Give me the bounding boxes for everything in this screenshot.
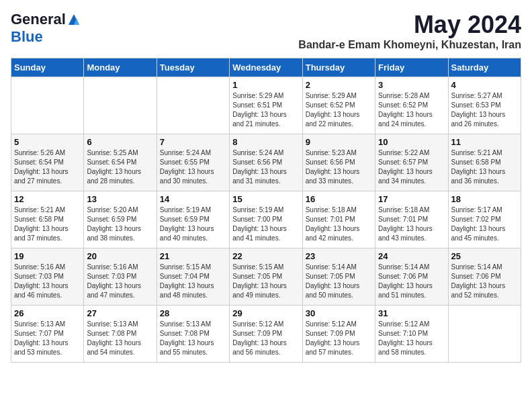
calendar-cell: 22Sunrise: 5:15 AM Sunset: 7:05 PM Dayli… [230,248,302,306]
day-info: Sunrise: 5:16 AM Sunset: 7:03 PM Dayligh… [87,263,153,300]
day-info: Sunrise: 5:19 AM Sunset: 7:00 PM Dayligh… [232,205,299,243]
weekday-header-sunday: Sunday [11,58,84,77]
day-number: 20 [87,251,153,261]
calendar-cell: 24Sunrise: 5:14 AM Sunset: 7:06 PM Dayli… [375,248,448,306]
calendar-cell: 20Sunrise: 5:16 AM Sunset: 7:03 PM Dayli… [84,248,157,306]
calendar-cell: 9Sunrise: 5:23 AM Sunset: 6:56 PM Daylig… [302,134,375,191]
day-info: Sunrise: 5:20 AM Sunset: 6:59 PM Dayligh… [87,205,153,243]
calendar-cell: 25Sunrise: 5:14 AM Sunset: 7:06 PM Dayli… [448,248,521,306]
calendar-cell: 14Sunrise: 5:19 AM Sunset: 6:59 PM Dayli… [157,191,229,248]
calendar-cell: 12Sunrise: 5:21 AM Sunset: 6:58 PM Dayli… [11,191,84,248]
day-info: Sunrise: 5:21 AM Sunset: 6:58 PM Dayligh… [14,205,81,243]
day-number: 25 [451,251,518,261]
weekday-header-monday: Monday [84,58,157,77]
day-info: Sunrise: 5:14 AM Sunset: 7:06 PM Dayligh… [451,263,518,300]
day-number: 1 [232,80,299,90]
day-info: Sunrise: 5:12 AM Sunset: 7:09 PM Dayligh… [306,320,372,357]
day-number: 4 [451,80,518,90]
calendar-week-1: 1Sunrise: 5:29 AM Sunset: 6:51 PM Daylig… [11,77,521,134]
month-year-title: May 2024 [298,11,521,39]
weekday-header-saturday: Saturday [448,58,521,77]
calendar-week-4: 19Sunrise: 5:16 AM Sunset: 7:03 PM Dayli… [11,248,521,306]
day-number: 8 [232,137,299,147]
calendar-cell: 6Sunrise: 5:25 AM Sunset: 6:54 PM Daylig… [84,134,157,191]
logo: General Blue [11,11,81,46]
day-info: Sunrise: 5:24 AM Sunset: 6:55 PM Dayligh… [160,148,226,186]
day-info: Sunrise: 5:21 AM Sunset: 6:58 PM Dayligh… [451,148,518,186]
day-number: 24 [378,251,445,261]
calendar-body: 1Sunrise: 5:29 AM Sunset: 6:51 PM Daylig… [11,77,521,363]
day-number: 15 [232,194,299,204]
day-number: 19 [14,251,81,261]
day-number: 11 [451,137,518,147]
day-number: 7 [160,137,226,147]
day-info: Sunrise: 5:27 AM Sunset: 6:53 PM Dayligh… [451,91,518,129]
day-info: Sunrise: 5:13 AM Sunset: 7:08 PM Dayligh… [160,320,226,357]
day-number: 22 [232,251,299,261]
calendar-cell: 18Sunrise: 5:17 AM Sunset: 7:02 PM Dayli… [448,191,521,248]
calendar-header-row: SundayMondayTuesdayWednesdayThursdayFrid… [11,58,521,77]
day-info: Sunrise: 5:12 AM Sunset: 7:09 PM Dayligh… [232,320,299,357]
day-info: Sunrise: 5:14 AM Sunset: 7:06 PM Dayligh… [378,263,445,300]
day-info: Sunrise: 5:29 AM Sunset: 6:51 PM Dayligh… [232,91,299,129]
calendar-cell: 15Sunrise: 5:19 AM Sunset: 7:00 PM Dayli… [230,191,302,248]
day-info: Sunrise: 5:29 AM Sunset: 6:52 PM Dayligh… [306,91,372,129]
calendar-cell: 1Sunrise: 5:29 AM Sunset: 6:51 PM Daylig… [230,77,302,134]
logo-general-text: General [11,11,66,28]
weekday-header-friday: Friday [375,58,448,77]
day-info: Sunrise: 5:19 AM Sunset: 6:59 PM Dayligh… [160,205,226,243]
weekday-header-tuesday: Tuesday [157,58,229,77]
day-number: 29 [232,308,299,318]
day-number: 26 [14,308,81,318]
day-number: 12 [14,194,81,204]
calendar-cell: 23Sunrise: 5:14 AM Sunset: 7:05 PM Dayli… [302,248,375,306]
day-info: Sunrise: 5:25 AM Sunset: 6:54 PM Dayligh… [87,148,153,186]
day-info: Sunrise: 5:26 AM Sunset: 6:54 PM Dayligh… [14,148,81,186]
calendar-cell: 5Sunrise: 5:26 AM Sunset: 6:54 PM Daylig… [11,134,84,191]
day-info: Sunrise: 5:15 AM Sunset: 7:05 PM Dayligh… [232,263,299,300]
calendar-cell: 27Sunrise: 5:13 AM Sunset: 7:08 PM Dayli… [84,306,157,363]
calendar-cell: 19Sunrise: 5:16 AM Sunset: 7:03 PM Dayli… [11,248,84,306]
calendar-cell: 28Sunrise: 5:13 AM Sunset: 7:08 PM Dayli… [157,306,229,363]
day-number: 3 [378,80,445,90]
calendar-cell: 30Sunrise: 5:12 AM Sunset: 7:09 PM Dayli… [302,306,375,363]
calendar-week-3: 12Sunrise: 5:21 AM Sunset: 6:58 PM Dayli… [11,191,521,248]
calendar-cell: 31Sunrise: 5:12 AM Sunset: 7:10 PM Dayli… [375,306,448,363]
day-number: 21 [160,251,226,261]
calendar-cell [448,306,521,363]
calendar-cell: 17Sunrise: 5:18 AM Sunset: 7:01 PM Dayli… [375,191,448,248]
calendar-cell: 26Sunrise: 5:13 AM Sunset: 7:07 PM Dayli… [11,306,84,363]
day-number: 30 [306,308,372,318]
day-info: Sunrise: 5:13 AM Sunset: 7:08 PM Dayligh… [87,320,153,357]
day-number: 31 [378,308,445,318]
day-number: 2 [306,80,372,90]
calendar-cell: 13Sunrise: 5:20 AM Sunset: 6:59 PM Dayli… [84,191,157,248]
day-info: Sunrise: 5:22 AM Sunset: 6:57 PM Dayligh… [378,148,445,186]
calendar-cell: 2Sunrise: 5:29 AM Sunset: 6:52 PM Daylig… [302,77,375,134]
calendar-cell: 3Sunrise: 5:28 AM Sunset: 6:52 PM Daylig… [375,77,448,134]
logo-icon [67,13,81,26]
day-info: Sunrise: 5:13 AM Sunset: 7:07 PM Dayligh… [14,320,81,357]
day-number: 9 [306,137,372,147]
weekday-header-wednesday: Wednesday [230,58,302,77]
calendar-table: SundayMondayTuesdayWednesdayThursdayFrid… [11,58,521,363]
day-info: Sunrise: 5:17 AM Sunset: 7:02 PM Dayligh… [451,205,518,243]
day-info: Sunrise: 5:23 AM Sunset: 6:56 PM Dayligh… [306,148,372,186]
day-number: 18 [451,194,518,204]
calendar-cell: 7Sunrise: 5:24 AM Sunset: 6:55 PM Daylig… [157,134,229,191]
logo-blue-text: Blue [11,28,43,46]
day-info: Sunrise: 5:28 AM Sunset: 6:52 PM Dayligh… [378,91,445,129]
calendar-week-5: 26Sunrise: 5:13 AM Sunset: 7:07 PM Dayli… [11,306,521,363]
day-number: 17 [378,194,445,204]
page-header: General Blue May 2024 Bandar-e Emam Khom… [11,11,521,51]
day-info: Sunrise: 5:12 AM Sunset: 7:10 PM Dayligh… [378,320,445,357]
calendar-cell [157,77,229,134]
calendar-cell [84,77,157,134]
day-number: 16 [306,194,372,204]
weekday-header-thursday: Thursday [302,58,375,77]
day-number: 28 [160,308,226,318]
location-subtitle: Bandar-e Emam Khomeyni, Khuzestan, Iran [298,39,521,51]
calendar-cell: 21Sunrise: 5:15 AM Sunset: 7:04 PM Dayli… [157,248,229,306]
day-info: Sunrise: 5:14 AM Sunset: 7:05 PM Dayligh… [306,263,372,300]
calendar-cell: 11Sunrise: 5:21 AM Sunset: 6:58 PM Dayli… [448,134,521,191]
